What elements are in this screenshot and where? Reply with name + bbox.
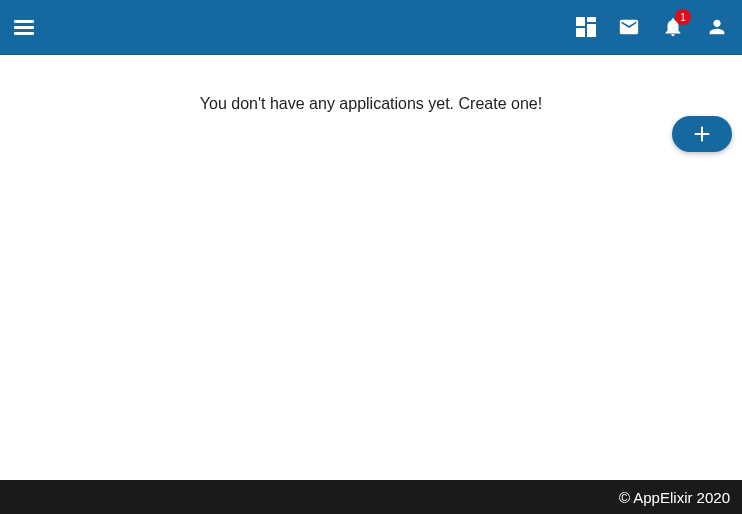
create-application-button[interactable] — [672, 116, 732, 152]
svg-rect-5 — [587, 24, 596, 37]
mail-button[interactable] — [618, 16, 640, 38]
svg-rect-2 — [14, 32, 34, 35]
app-footer: © AppElixir 2020 — [0, 480, 742, 514]
account-button[interactable] — [706, 16, 728, 38]
header-right: 1 — [576, 16, 728, 38]
header-left — [12, 15, 36, 39]
grid-icon — [576, 17, 596, 37]
svg-rect-6 — [576, 28, 585, 37]
svg-rect-0 — [14, 20, 34, 23]
app-header: 1 — [0, 0, 742, 55]
notifications-button[interactable]: 1 — [662, 16, 684, 38]
person-icon — [706, 16, 728, 38]
dashboard-button[interactable] — [576, 17, 596, 37]
empty-state-message: You don't have any applications yet. Cre… — [0, 95, 742, 113]
mail-icon — [618, 16, 640, 38]
svg-rect-4 — [587, 17, 596, 22]
plus-icon — [691, 123, 713, 145]
hamburger-icon — [12, 15, 36, 39]
footer-copyright: © AppElixir 2020 — [619, 489, 730, 506]
svg-rect-1 — [14, 26, 34, 29]
svg-rect-3 — [576, 17, 585, 26]
main-content: You don't have any applications yet. Cre… — [0, 55, 742, 113]
notification-badge: 1 — [675, 9, 691, 25]
menu-button[interactable] — [12, 15, 36, 39]
